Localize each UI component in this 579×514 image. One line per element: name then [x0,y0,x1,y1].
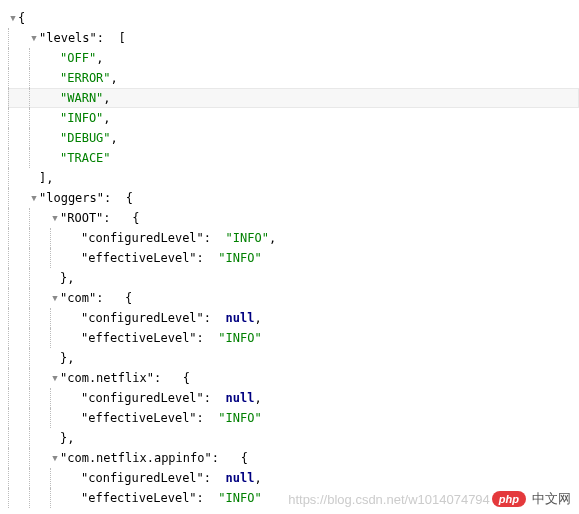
json-string: "INFO" [218,331,261,345]
tree-row[interactable]: "configuredLevel": "INFO", [8,228,579,248]
json-null: null [226,391,255,405]
json-null: null [226,471,255,485]
brace-open: { [18,11,25,25]
tree-row[interactable]: ▼ "com.netflix.appinfo": { [8,448,579,468]
tree-row[interactable]: "ERROR", [8,68,579,88]
chevron-down-icon[interactable]: ▼ [29,28,39,48]
tree-row[interactable]: "configuredLevel": null, [8,308,579,328]
tree-row[interactable]: "effectiveLevel": "INFO" [8,408,579,428]
tree-row[interactable]: "effectiveLevel": "INFO" [8,328,579,348]
bracket-close: ] [39,171,46,185]
json-string: "WARN" [60,91,103,105]
json-string: "ERROR" [60,71,111,85]
tree-row[interactable]: "effectiveLevel": "INFO" [8,248,579,268]
tree-row[interactable]: "OFF", [8,48,579,68]
json-key: "configuredLevel" [81,471,204,485]
tree-row[interactable]: "configuredLevel": null, [8,468,579,488]
json-string: "OFF" [60,51,96,65]
tree-row[interactable]: ▼ "com.netflix": { [8,368,579,388]
tree-row[interactable]: "INFO", [8,108,579,128]
json-string: "INFO" [226,231,269,245]
json-key: "levels" [39,31,97,45]
json-key: "configuredLevel" [81,311,204,325]
tree-row[interactable]: ▼ "com": { [8,288,579,308]
tree-row[interactable]: "effectiveLevel": "INFO" [8,488,579,508]
tree-row[interactable]: ▼ "loggers": { [8,188,579,208]
brace-close: }, [60,431,74,445]
json-string: "INFO" [218,251,261,265]
tree-row[interactable]: }, [8,348,579,368]
tree-row[interactable]: "configuredLevel": null, [8,388,579,408]
chevron-down-icon[interactable]: ▼ [50,368,60,388]
chevron-down-icon[interactable]: ▼ [50,288,60,308]
json-string: "INFO" [218,491,261,505]
json-key: "ROOT" [60,211,103,225]
json-key: "effectiveLevel" [81,251,197,265]
tree-row[interactable]: ▼ "levels": [ [8,28,579,48]
json-string: "INFO" [218,411,261,425]
tree-row[interactable]: "DEBUG", [8,128,579,148]
json-key: "configuredLevel" [81,231,204,245]
brace-open: { [126,191,133,205]
json-key: "configuredLevel" [81,391,204,405]
bracket-open: [ [118,31,125,45]
chevron-down-icon[interactable]: ▼ [8,8,18,28]
json-string: "DEBUG" [60,131,111,145]
tree-row-hovered[interactable]: "WARN", [8,88,579,108]
tree-row[interactable]: ], [8,168,579,188]
json-key: "com.netflix.appinfo" [60,451,212,465]
chevron-down-icon[interactable]: ▼ [50,448,60,468]
tree-row[interactable]: ▼ "ROOT": { [8,208,579,228]
json-tree: ▼ { ▼ "levels": [ "OFF", "ERROR", "WARN"… [8,8,579,508]
json-string: "INFO" [60,111,103,125]
chevron-down-icon[interactable]: ▼ [50,208,60,228]
brace-close: }, [60,351,74,365]
json-key: "loggers" [39,191,104,205]
json-string: "TRACE" [60,151,111,165]
tree-row[interactable]: }, [8,268,579,288]
chevron-down-icon[interactable]: ▼ [29,188,39,208]
brace-close: }, [60,271,74,285]
json-null: null [226,311,255,325]
tree-row[interactable]: }, [8,428,579,448]
json-key: "effectiveLevel" [81,331,197,345]
json-key: "com" [60,291,96,305]
json-key: "com.netflix" [60,371,154,385]
tree-row[interactable]: "TRACE" [8,148,579,168]
tree-row[interactable]: ▼ { [8,8,579,28]
json-key: "effectiveLevel" [81,491,197,505]
json-key: "effectiveLevel" [81,411,197,425]
